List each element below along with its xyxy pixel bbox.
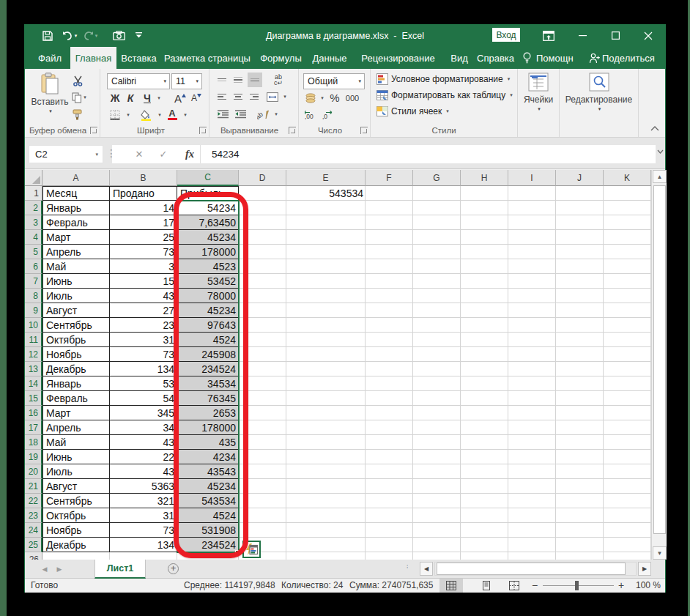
cell-A3[interactable]: Февраль — [42, 215, 110, 230]
row-header-1[interactable]: 1 — [25, 186, 42, 201]
hscroll-left-button[interactable]: ◀ — [420, 562, 433, 576]
cell-A5[interactable]: Апрель — [42, 245, 110, 259]
cell-B3[interactable]: 17 — [110, 215, 177, 230]
cell-B12[interactable]: 73 — [110, 347, 177, 362]
horizontal-scrollbar[interactable]: ◀ ▶ — [420, 562, 651, 576]
cell-A6[interactable]: Май — [42, 259, 110, 274]
orientation-dropdown[interactable]: ▾ — [272, 108, 279, 121]
percent-button[interactable]: % — [328, 91, 341, 105]
zoom-out-button[interactable]: − — [529, 579, 541, 591]
page-break-view-button[interactable] — [502, 579, 526, 593]
paste-button[interactable]: Вставить ▾ — [32, 73, 67, 114]
cell-B17[interactable]: 34 — [110, 420, 177, 435]
cell-B19[interactable]: 22 — [110, 450, 177, 464]
sheet-tab-list1[interactable]: Лист1 — [94, 560, 146, 579]
cancel-entry-icon[interactable]: ✕ — [130, 145, 149, 163]
orientation-button[interactable]: ab — [255, 108, 271, 121]
fill-color-button[interactable] — [139, 108, 154, 122]
decrease-indent-button[interactable] — [215, 108, 230, 121]
row-header-11[interactable]: 11 — [25, 333, 42, 347]
cell-B14[interactable]: 53 — [110, 376, 177, 391]
column-header-K[interactable]: K — [604, 170, 651, 186]
cell-B20[interactable]: 43 — [110, 464, 177, 479]
column-header-H[interactable]: H — [461, 170, 508, 186]
row-header-15[interactable]: 15 — [25, 391, 42, 406]
decrease-font-button[interactable]: А — [190, 92, 203, 105]
row-header-22[interactable]: 22 — [25, 494, 42, 508]
ribbon-tab-home[interactable]: Главная — [70, 47, 116, 69]
font-size-combo[interactable]: 11▾ — [171, 73, 202, 89]
new-sheet-button[interactable]: + — [168, 563, 179, 574]
cell-B25[interactable]: 134 — [110, 538, 177, 552]
ribbon-tab-insert[interactable]: Вставка — [116, 47, 161, 69]
zoom-in-button[interactable]: + — [615, 579, 627, 591]
ribbon-tab-data[interactable]: Данные — [308, 47, 351, 69]
row-header-8[interactable]: 8 — [25, 289, 42, 303]
row-header-14[interactable]: 14 — [25, 376, 42, 391]
cell-A1[interactable]: Месяц — [42, 186, 110, 201]
column-header-F[interactable]: F — [366, 170, 413, 186]
collapse-ribbon-button[interactable] — [650, 125, 659, 131]
cell-B7[interactable]: 15 — [110, 274, 177, 289]
ribbon-tab-review[interactable]: Рецензирование — [351, 47, 445, 69]
ribbon-tab-help[interactable]: Справка — [473, 47, 518, 69]
ribbon-tab-tell-me[interactable]: Помощн — [536, 47, 577, 69]
cell-A22[interactable]: Сентябрь — [42, 494, 110, 508]
hscroll-right-button[interactable]: ▶ — [638, 562, 651, 576]
row-header-10[interactable]: 10 — [25, 318, 42, 333]
column-header-J[interactable]: J — [556, 170, 604, 186]
underline-button[interactable]: Ч — [142, 92, 152, 105]
cell-B22[interactable]: 321 — [110, 494, 177, 508]
vscroll-thumb[interactable] — [653, 185, 666, 534]
hscroll-track[interactable] — [434, 562, 637, 576]
cell-A21[interactable]: Август — [42, 479, 110, 494]
wrap-text-button[interactable]: abc↵ — [270, 73, 286, 87]
cell-A4[interactable]: Март — [42, 230, 110, 245]
cell-A20[interactable]: Июль — [42, 464, 110, 479]
page-layout-view-button[interactable] — [475, 579, 498, 593]
cell-A12[interactable]: Ноябрь — [42, 347, 110, 362]
merge-center-button[interactable] — [265, 91, 280, 103]
cell-B13[interactable]: 134 — [110, 362, 177, 376]
hscroll-thumb[interactable] — [437, 563, 626, 575]
sheet-nav-left-icon[interactable]: ◀ — [40, 564, 50, 574]
cell-A15[interactable]: Февраль — [42, 391, 110, 406]
row-header-4[interactable]: 4 — [25, 230, 42, 245]
confirm-entry-icon[interactable]: ✓ — [154, 145, 173, 163]
bold-button[interactable]: Ж — [109, 92, 121, 105]
increase-font-button[interactable]: А — [174, 92, 187, 105]
column-header-G[interactable]: G — [413, 170, 461, 186]
zoom-level[interactable]: 100 % — [631, 580, 661, 590]
cell-A23[interactable]: Октябрь — [42, 508, 110, 523]
column-header-A[interactable]: A — [42, 170, 110, 186]
align-middle-button[interactable] — [231, 74, 245, 86]
column-header-E[interactable]: E — [286, 170, 366, 186]
cell-B4[interactable]: 25 — [110, 230, 177, 245]
cut-button[interactable] — [70, 74, 85, 87]
clipboard-dialog-launcher[interactable] — [90, 127, 97, 134]
accounting-format-button[interactable] — [303, 92, 318, 105]
row-header-23[interactable]: 23 — [25, 508, 42, 523]
cell-A13[interactable]: Декабрь — [42, 362, 110, 376]
row-header-7[interactable]: 7 — [25, 274, 42, 289]
row-header-20[interactable]: 20 — [25, 464, 42, 479]
vertical-scrollbar[interactable]: ▲▼ — [651, 170, 667, 560]
font-name-combo[interactable]: Calibri▾ — [107, 73, 170, 89]
cell-A17[interactable]: Апрель — [42, 420, 110, 435]
cell-A18[interactable]: Май — [42, 435, 110, 450]
underline-dropdown[interactable]: ▾ — [155, 92, 162, 105]
ribbon-tab-page-layout[interactable]: Разметка страницы — [161, 47, 253, 69]
align-left-button[interactable] — [215, 91, 229, 103]
cell-A2[interactable]: Январь — [42, 201, 110, 215]
ribbon-display-options-button[interactable] — [539, 24, 558, 47]
decrease-decimal-button[interactable]: ,0 — [321, 108, 335, 122]
row-header-6[interactable]: 6 — [25, 259, 42, 274]
insert-function-button[interactable]: fx — [179, 145, 200, 163]
align-bottom-button[interactable] — [248, 73, 262, 87]
cell-B2[interactable]: 14 — [110, 201, 177, 215]
fill-color-dropdown[interactable]: ▾ — [155, 108, 163, 122]
share-button[interactable]: Поделиться — [602, 47, 655, 69]
minimize-button[interactable] — [571, 24, 594, 47]
row-header-16[interactable]: 16 — [25, 406, 42, 420]
cell-A9[interactable]: Август — [42, 303, 110, 318]
